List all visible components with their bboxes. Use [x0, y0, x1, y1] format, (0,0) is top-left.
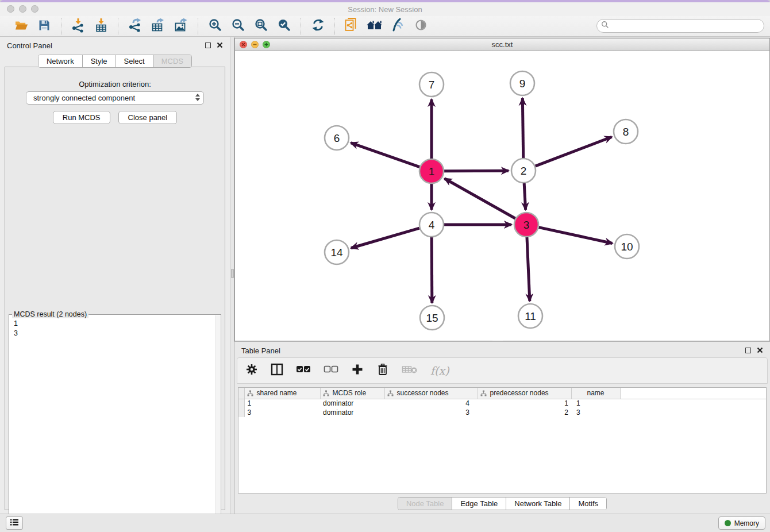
zoom-selected-button[interactable] [272, 18, 295, 35]
cell-shared-name[interactable]: 3 [244, 408, 320, 417]
close-window-button[interactable] [7, 5, 14, 13]
import-network-button[interactable] [67, 18, 90, 35]
network-canvas[interactable]: 7968124314101511 [235, 51, 769, 341]
tab-network[interactable]: Network [38, 55, 83, 67]
close-panel-button[interactable]: Close panel [118, 111, 178, 124]
zoom-in-button[interactable] [203, 18, 226, 35]
graph-edge-2-9[interactable] [522, 98, 523, 158]
graph-node-2[interactable]: 2 [511, 159, 536, 183]
column-header-predecessor-nodes[interactable]: predecessor nodes [478, 388, 571, 399]
graph-node-4[interactable]: 4 [419, 213, 444, 237]
memory-button[interactable]: Memory [718, 516, 765, 530]
graph-node-6[interactable]: 6 [325, 126, 349, 150]
graph-node-11[interactable]: 11 [518, 304, 542, 328]
cell-predecessor-nodes[interactable]: 2 [478, 408, 571, 417]
network-graph[interactable]: 7968124314101511 [235, 51, 769, 341]
import-table-button[interactable] [90, 18, 113, 35]
float-table-panel-icon[interactable] [745, 348, 751, 353]
tab-mcds[interactable]: MCDS [153, 55, 191, 67]
graph-edge-3-10[interactable] [538, 228, 612, 244]
graph-node-3[interactable]: 3 [514, 213, 538, 237]
graph-edge-3-1[interactable] [445, 179, 515, 218]
cell-name[interactable]: 3 [571, 408, 620, 417]
memory-label: Memory [734, 519, 759, 527]
delete-table-button[interactable] [402, 362, 418, 379]
splitter-grip[interactable] [231, 269, 234, 278]
tab-motifs[interactable]: Motifs [570, 498, 606, 510]
cell-shared-name[interactable]: 1 [244, 399, 320, 408]
function-builder-button[interactable]: f(x) [430, 362, 449, 379]
cell-name[interactable]: 1 [571, 399, 620, 408]
table-row[interactable]: 3dominator323 [238, 408, 767, 417]
export-image-button[interactable] [170, 18, 192, 35]
close-panel-icon[interactable] [217, 40, 223, 51]
cell-MCDS-role[interactable]: dominator [320, 399, 384, 408]
tab-style[interactable]: Style [83, 55, 116, 67]
mcds-result-list[interactable]: 13 [10, 316, 215, 532]
show-column-panel-button[interactable] [271, 362, 283, 379]
home-button[interactable] [363, 18, 386, 35]
delete-column-button[interactable] [376, 362, 389, 379]
minimize-network-button[interactable] [251, 41, 259, 48]
graph-node-10[interactable]: 10 [615, 234, 639, 259]
criterion-dropdown-value: strongly connected component [33, 94, 135, 102]
vertical-splitter[interactable] [230, 37, 234, 514]
zoom-out-icon [231, 18, 245, 34]
export-network-button[interactable] [124, 18, 147, 35]
svg-text:10: 10 [621, 241, 633, 253]
cell-MCDS-role[interactable]: dominator [320, 408, 384, 417]
graph-edge-1-6[interactable] [351, 143, 420, 167]
column-header-successor-nodes[interactable]: successor nodes [384, 388, 478, 399]
tab-edge-table[interactable]: Edge Table [452, 498, 506, 510]
export-table-button[interactable] [147, 18, 170, 35]
select-all-columns-button[interactable] [296, 362, 311, 379]
graph-node-14[interactable]: 14 [325, 240, 349, 264]
create-column-button[interactable] [351, 362, 364, 379]
graph-node-7[interactable]: 7 [419, 72, 444, 97]
search-input[interactable] [609, 21, 764, 31]
minimize-window-button[interactable] [19, 5, 26, 13]
close-network-button[interactable] [240, 41, 247, 48]
task-history-button[interactable] [6, 516, 23, 530]
close-table-panel-icon[interactable] [757, 345, 763, 356]
deselect-all-columns-button[interactable] [324, 362, 338, 379]
tab-select[interactable]: Select [116, 55, 153, 67]
cell-predecessor-nodes[interactable]: 1 [478, 399, 571, 408]
column-header-name[interactable]: name [571, 388, 620, 399]
open-session-button[interactable] [10, 18, 33, 35]
graph-edge-2-3[interactable] [524, 183, 525, 210]
column-header-mcds-role[interactable]: MCDS role [320, 388, 384, 399]
cell-successor-nodes[interactable]: 4 [384, 399, 478, 408]
graph-node-9[interactable]: 9 [510, 71, 534, 95]
zoom-window-button[interactable] [31, 5, 38, 13]
table-settings-button[interactable] [245, 362, 258, 379]
graph-node-15[interactable]: 15 [420, 306, 444, 330]
tab-network-table[interactable]: Network Table [506, 498, 570, 510]
graph-edge-3-11[interactable] [527, 237, 530, 301]
tab-node-table[interactable]: Node Table [398, 498, 453, 510]
zoom-out-button[interactable] [226, 18, 249, 35]
graph-edge-1-2[interactable] [444, 171, 509, 171]
refresh-layout-button[interactable] [306, 18, 329, 35]
column-header-shared-name[interactable]: shared name [244, 388, 320, 399]
graph-edge-2-8[interactable] [536, 137, 612, 166]
style-button[interactable] [386, 18, 409, 35]
float-panel-icon[interactable] [205, 43, 211, 48]
table-panel: Table Panel [234, 341, 770, 514]
graph-edge-4-14[interactable] [351, 228, 419, 248]
search-field[interactable] [596, 19, 764, 33]
clone-network-button[interactable] [340, 18, 363, 35]
zoom-fit-button[interactable] [249, 18, 272, 35]
graph-edge-4-15[interactable] [432, 237, 432, 303]
graph-node-1[interactable]: 1 [419, 159, 444, 183]
run-mcds-button[interactable]: Run MCDS [53, 111, 110, 124]
zoom-in-icon [208, 18, 222, 34]
cell-successor-nodes[interactable]: 3 [384, 408, 478, 417]
criterion-dropdown[interactable]: strongly connected component [26, 91, 204, 105]
toggle-visibility-button[interactable] [409, 18, 432, 35]
graph-node-8[interactable]: 8 [614, 119, 638, 144]
table-row[interactable]: 1dominator411 [238, 399, 767, 408]
zoom-network-button[interactable] [263, 41, 270, 48]
save-session-button[interactable] [33, 18, 56, 35]
result-scrollbar[interactable] [215, 315, 220, 532]
